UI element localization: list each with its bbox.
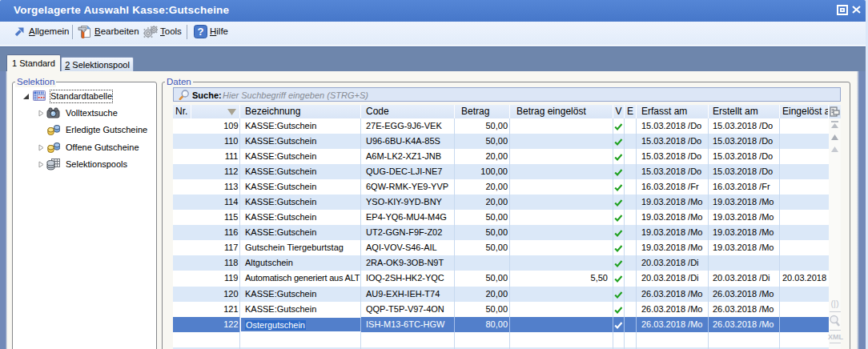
svg-text:?: ?	[198, 26, 204, 38]
